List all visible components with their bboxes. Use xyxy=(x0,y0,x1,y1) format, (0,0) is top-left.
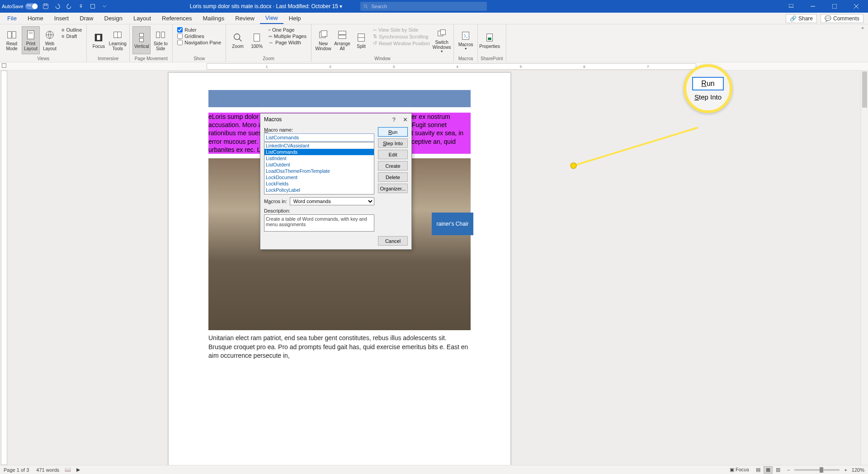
draft-button[interactable]: ≡Draft xyxy=(61,33,82,39)
search-placeholder: Search xyxy=(371,4,387,9)
comments-button[interactable]: 💬Comments xyxy=(821,14,863,23)
scrollbar-thumb[interactable] xyxy=(862,71,867,108)
maximize-icon[interactable] xyxy=(825,0,844,13)
save-icon[interactable] xyxy=(42,2,50,10)
tab-insert[interactable]: Insert xyxy=(49,13,75,24)
tab-view[interactable]: View xyxy=(260,13,283,24)
dialog-titlebar[interactable]: Macros ? ✕ xyxy=(260,114,411,125)
print-layout-button[interactable]: Print Layout xyxy=(22,26,40,54)
create-button[interactable]: Create xyxy=(378,161,408,171)
tab-draw[interactable]: Draw xyxy=(74,13,99,24)
list-item[interactable]: LockFields xyxy=(264,180,374,187)
new-window-button[interactable]: New Window xyxy=(314,26,332,54)
tab-home[interactable]: Home xyxy=(22,13,49,24)
learning-tools-button[interactable]: Learning Tools xyxy=(108,26,127,54)
qat-icon-2[interactable] xyxy=(89,2,97,10)
list-item[interactable]: ListOutdent xyxy=(264,161,374,168)
side-to-side-button[interactable]: Side to Side xyxy=(151,26,170,54)
zoom-slider[interactable] xyxy=(794,469,840,471)
page-width-button[interactable]: ↔Page Width xyxy=(269,40,307,45)
vertical-ruler[interactable] xyxy=(1,71,7,465)
web-layout-button[interactable]: Web Layout xyxy=(41,26,59,54)
qat-icon-1[interactable] xyxy=(77,2,85,10)
tab-file[interactable]: File xyxy=(2,13,22,24)
dialog-title-text: Macros xyxy=(264,116,282,123)
zoom-out-icon[interactable]: − xyxy=(787,467,790,473)
properties-button[interactable]: Properties xyxy=(481,26,499,54)
one-page-button[interactable]: ▫One Page xyxy=(269,27,307,33)
reset-window-icon: ↺ xyxy=(373,40,377,46)
dialog-help-icon[interactable]: ? xyxy=(392,116,396,123)
macros-icon xyxy=(460,30,471,41)
close-icon[interactable] xyxy=(846,0,866,13)
ribbon-display-icon[interactable] xyxy=(781,0,801,13)
collapse-ribbon-icon[interactable]: ˄ xyxy=(857,24,868,62)
word-count[interactable]: 471 words xyxy=(36,467,59,473)
ruler-checkbox[interactable]: Ruler xyxy=(177,27,221,33)
macros-button[interactable]: Macros▼ xyxy=(457,26,475,54)
focus-button[interactable]: Focus xyxy=(90,26,108,54)
outline-button[interactable]: ≡Outline xyxy=(61,27,82,33)
list-item[interactable]: ListIndent xyxy=(264,155,374,161)
web-view-icon[interactable]: ▥ xyxy=(774,466,783,474)
dialog-close-icon[interactable]: ✕ xyxy=(403,116,408,123)
undo-icon[interactable] xyxy=(53,2,61,10)
switch-windows-button[interactable]: Switch Windows▼ xyxy=(433,26,451,54)
share-button[interactable]: 🔗Share xyxy=(786,14,817,23)
hundred-button[interactable]: 100% xyxy=(248,26,266,54)
macros-in-select[interactable]: Word commands xyxy=(290,197,374,205)
spell-check-icon[interactable]: 📖 xyxy=(65,467,71,473)
list-item[interactable]: LowerTextBaseline xyxy=(264,193,374,194)
tab-mailings[interactable]: Mailings xyxy=(198,13,230,24)
delete-button[interactable]: Delete xyxy=(378,172,408,182)
macro-list[interactable]: LinkedInCVAssistant ListCommands ListInd… xyxy=(264,142,374,194)
zoom-in-icon[interactable]: + xyxy=(844,467,847,473)
zoom-button[interactable]: Zoom xyxy=(229,26,247,54)
split-button[interactable]: Split xyxy=(352,26,370,54)
organizer-button[interactable]: Organizer... xyxy=(378,184,408,193)
redo-icon[interactable] xyxy=(65,2,73,10)
list-item[interactable]: LinkedInCVAssistant xyxy=(264,142,374,149)
focus-mode-button[interactable]: ▣ Focus xyxy=(730,467,749,473)
page-status[interactable]: Page 1 of 3 xyxy=(4,467,29,473)
multi-pages-button[interactable]: ▫▫Multiple Pages xyxy=(269,33,307,39)
list-item[interactable]: LockDocument xyxy=(264,174,374,180)
edit-button[interactable]: Edit xyxy=(378,150,408,159)
new-window-icon xyxy=(318,29,329,40)
run-button[interactable]: Run xyxy=(378,127,408,137)
tab-design[interactable]: Design xyxy=(99,13,128,24)
vertical-button[interactable]: Vertical xyxy=(132,26,151,54)
tab-stop-selector[interactable] xyxy=(2,63,6,68)
horizontal-ruler-row: 1234567 xyxy=(0,62,868,71)
list-item[interactable]: ListCommands xyxy=(264,149,374,155)
read-mode-button[interactable]: Read Mode xyxy=(3,26,21,54)
search-box[interactable]: Search xyxy=(360,2,487,11)
chevron-down-icon[interactable]: ▾ xyxy=(340,3,342,9)
list-item[interactable]: LockPolicyLabel xyxy=(264,187,374,193)
switch-windows-icon xyxy=(436,28,447,39)
macro-record-icon[interactable]: ▶ xyxy=(76,467,80,473)
navigation-checkbox[interactable]: Navigation Pane xyxy=(177,40,221,45)
gridlines-checkbox[interactable]: Gridlines xyxy=(177,33,221,39)
macro-name-input[interactable] xyxy=(264,133,374,142)
focus-icon xyxy=(93,32,104,43)
arrange-all-button[interactable]: Arrange All xyxy=(333,26,351,54)
minimize-icon[interactable] xyxy=(803,0,823,13)
tab-help[interactable]: Help xyxy=(283,13,307,24)
callout-run: Run xyxy=(692,77,723,90)
autosave-toggle[interactable]: On xyxy=(25,3,38,9)
body-text[interactable]: Unitarian elect ram patriot, end sea tub… xyxy=(208,334,471,360)
step-into-button[interactable]: Step Into xyxy=(378,138,408,148)
print-view-icon[interactable]: ▦ xyxy=(764,466,773,474)
autosave-label: AutoSave xyxy=(2,4,24,9)
read-view-icon[interactable]: ▤ xyxy=(754,466,763,474)
cancel-button[interactable]: Cancel xyxy=(378,236,408,246)
list-item[interactable]: LoadOssThemeFromTemplate xyxy=(264,168,374,174)
vertical-scrollbar[interactable] xyxy=(861,71,868,465)
qat-more-icon[interactable] xyxy=(100,2,108,10)
tab-references[interactable]: References xyxy=(156,13,197,24)
tab-review[interactable]: Review xyxy=(230,13,260,24)
zoom-level[interactable]: 120% xyxy=(852,467,864,473)
horizontal-ruler[interactable]: 1234567 xyxy=(207,63,696,70)
tab-layout[interactable]: Layout xyxy=(128,13,156,24)
